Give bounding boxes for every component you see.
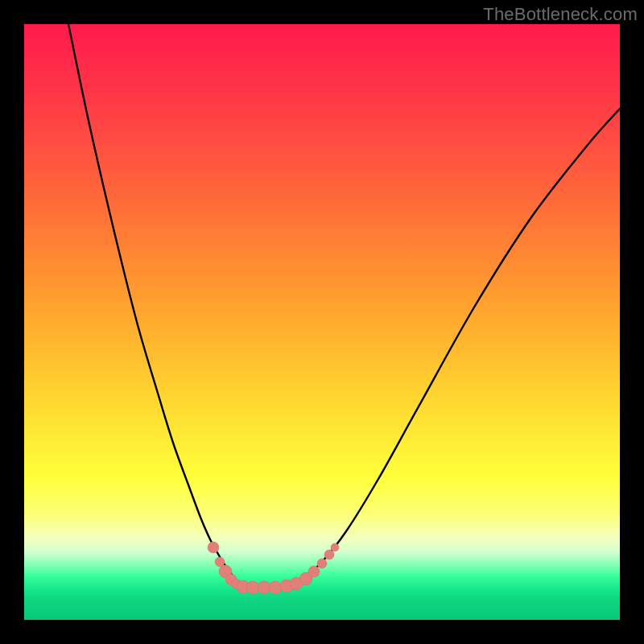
plot-area	[24, 24, 620, 620]
marker-point	[215, 557, 225, 567]
curve-layer	[24, 24, 620, 620]
marker-point	[269, 581, 282, 594]
marker-point	[246, 581, 259, 594]
curve-markers	[208, 542, 339, 594]
marker-point	[208, 542, 219, 553]
watermark-text: TheBottleneck.com	[483, 4, 638, 25]
marker-point	[258, 581, 270, 594]
marker-point	[308, 566, 320, 577]
marker-point	[324, 550, 334, 559]
marker-point	[331, 543, 339, 551]
chart-frame: TheBottleneck.com	[0, 0, 644, 644]
marker-point	[317, 559, 327, 568]
bottleneck-curve	[68, 24, 620, 588]
